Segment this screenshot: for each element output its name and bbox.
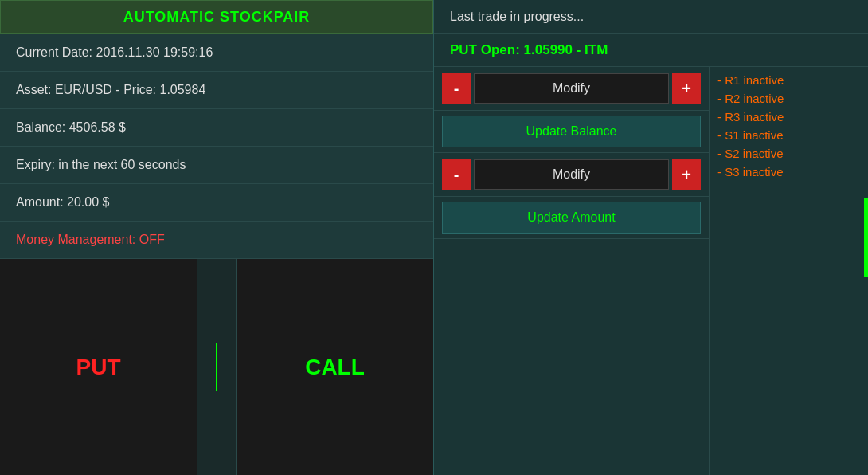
- trade-buttons-area: PUT CALL: [0, 258, 433, 475]
- indicator-r1: - R1 inactive: [717, 73, 860, 87]
- money-management-label: Money Management: OFF: [16, 233, 165, 246]
- chart-area: [197, 258, 237, 475]
- balance-label: Balance: 4506.58 $: [16, 120, 126, 134]
- amount-modify-button[interactable]: Modify: [474, 159, 669, 190]
- last-trade-row: Last trade in progress...: [434, 0, 868, 34]
- left-panel: AUTOMATIC STOCKPAIR Current Date: 2016.1…: [0, 0, 434, 475]
- amount-plus-button[interactable]: +: [672, 159, 701, 190]
- chart-line: [216, 343, 217, 391]
- expiry-row: Expiry: in the next 60 seconds: [0, 147, 433, 184]
- indicator-r2: - R2 inactive: [717, 92, 860, 105]
- money-management-row: Money Management: OFF: [0, 222, 433, 258]
- indicator-s3: - S3 inactive: [717, 165, 860, 179]
- amount-row: Amount: 20.00 $: [0, 184, 433, 222]
- amount-control-row: - Modify +: [434, 153, 709, 197]
- current-date-row: Current Date: 2016.11.30 19:59:16: [0, 34, 433, 72]
- asset-label: Asset: EUR/USD - Price: 1.05984: [16, 83, 205, 96]
- balance-control-row: - Modify +: [434, 67, 709, 111]
- balance-row: Balance: 4506.58 $: [0, 109, 433, 147]
- call-button[interactable]: CALL: [237, 258, 433, 475]
- app-title: AUTOMATIC STOCKPAIR: [123, 9, 311, 25]
- right-panel: Last trade in progress... PUT Open: 1.05…: [434, 0, 868, 475]
- indicator-s2: - S2 inactive: [717, 147, 860, 160]
- update-balance-button[interactable]: Update Balance: [442, 116, 701, 147]
- indicators-panel: - R1 inactive - R2 inactive - R3 inactiv…: [709, 67, 868, 475]
- balance-minus-button[interactable]: -: [442, 73, 471, 104]
- current-date-label: Current Date: 2016.11.30 19:59:16: [16, 45, 213, 59]
- header-bar: AUTOMATIC STOCKPAIR: [0, 0, 433, 34]
- update-amount-button[interactable]: Update Amount: [442, 202, 701, 234]
- put-open-text: PUT Open: 1.05990 - ITM: [450, 42, 608, 57]
- amount-label: Amount: 20.00 $: [16, 195, 109, 209]
- controls-left: - Modify + Update Balance - Modify + Upd…: [434, 67, 709, 475]
- asset-row: Asset: EUR/USD - Price: 1.05984: [0, 72, 433, 109]
- balance-modify-button[interactable]: Modify: [474, 73, 669, 104]
- put-button[interactable]: PUT: [0, 258, 197, 475]
- expiry-label: Expiry: in the next 60 seconds: [16, 158, 186, 171]
- update-amount-row: Update Amount: [434, 197, 709, 239]
- put-open-row: PUT Open: 1.05990 - ITM: [434, 34, 868, 67]
- controls-area: - Modify + Update Balance - Modify + Upd…: [434, 67, 868, 475]
- update-balance-row: Update Balance: [434, 111, 709, 153]
- indicator-r3: - R3 inactive: [717, 110, 860, 124]
- green-bar-indicator: [864, 198, 868, 277]
- indicator-s1: - S1 inactive: [717, 128, 860, 142]
- amount-minus-button[interactable]: -: [442, 159, 471, 190]
- balance-plus-button[interactable]: +: [672, 73, 701, 104]
- last-trade-text: Last trade in progress...: [450, 10, 584, 23]
